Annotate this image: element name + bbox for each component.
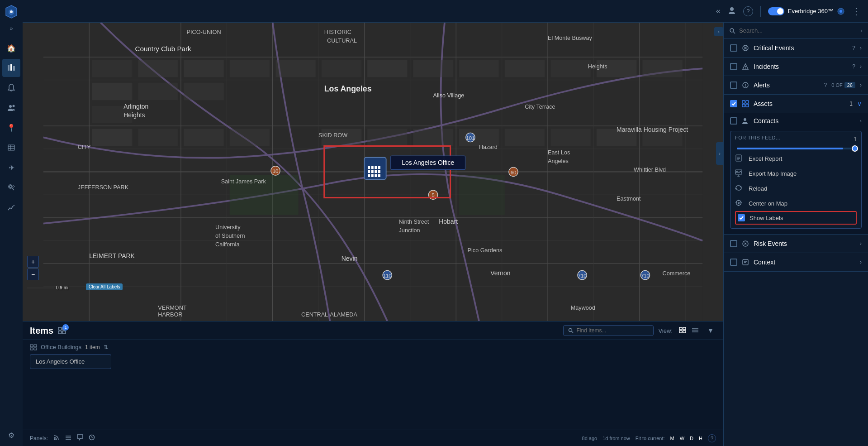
- panel-search[interactable]: ›: [724, 23, 868, 39]
- incidents-checkbox[interactable]: [730, 63, 737, 70]
- view-grid-button[interactable]: [677, 326, 688, 336]
- status-help-icon[interactable]: ?: [708, 434, 716, 442]
- panel-collapse-top[interactable]: ›: [714, 27, 723, 36]
- svg-text:10: 10: [273, 168, 279, 174]
- user-icon[interactable]: [728, 6, 736, 16]
- zoom-in-button[interactable]: +: [27, 256, 39, 268]
- toggle-switch[interactable]: [768, 7, 784, 15]
- fit-m-button[interactable]: M: [670, 436, 674, 441]
- assets-header[interactable]: Assets 1 ∨: [724, 95, 868, 113]
- sidebar-item-map[interactable]: [2, 59, 20, 77]
- svg-rect-72: [459, 175, 505, 215]
- svg-rect-51: [321, 60, 361, 77]
- assets-arrow[interactable]: ∨: [857, 100, 862, 107]
- find-items-input[interactable]: [576, 327, 649, 334]
- alerts-checkbox[interactable]: [730, 82, 737, 89]
- clock-icon[interactable]: [89, 434, 95, 442]
- svg-rect-174: [746, 104, 749, 107]
- panel-search-arrow[interactable]: ›: [861, 28, 863, 34]
- sidebar-item-settings[interactable]: ⚙: [2, 426, 20, 444]
- risk-events-label: Risk Events: [754, 240, 855, 247]
- risk-events-checkbox[interactable]: [730, 240, 737, 247]
- risk-events-header[interactable]: Risk Events ›: [724, 235, 868, 253]
- svg-rect-91: [375, 166, 377, 169]
- contacts-checkbox[interactable]: [730, 117, 737, 125]
- clear-labels-button[interactable]: Clear All Labels: [86, 283, 123, 290]
- feed-slider[interactable]: [735, 148, 857, 149]
- show-labels-checkbox[interactable]: [738, 214, 745, 221]
- svg-text:California: California: [215, 241, 240, 248]
- everbridge-icon: [837, 8, 844, 15]
- sidebar-collapse-toggle[interactable]: »: [10, 25, 13, 32]
- list-icon[interactable]: [65, 435, 71, 442]
- center-on-map-button[interactable]: Center on Map: [735, 196, 857, 211]
- svg-text:Maravilla Housing Project: Maravilla Housing Project: [617, 126, 688, 133]
- sidebar-item-location[interactable]: 📍: [2, 119, 20, 137]
- items-search[interactable]: [563, 325, 654, 336]
- svg-point-185: [738, 202, 740, 204]
- rss-icon[interactable]: [53, 434, 60, 442]
- risk-events-arrow[interactable]: ›: [860, 240, 862, 247]
- alerts-arrow[interactable]: ›: [860, 82, 862, 88]
- chat-icon[interactable]: [77, 434, 83, 442]
- logo[interactable]: [3, 4, 19, 20]
- svg-rect-42: [92, 60, 133, 77]
- show-labels-button[interactable]: Show Labels: [735, 211, 857, 225]
- sidebar-item-travel[interactable]: ✈: [2, 158, 20, 177]
- items-title: Items: [30, 326, 53, 336]
- zoom-out-button[interactable]: −: [27, 269, 39, 280]
- contacts-row[interactable]: Contacts ›: [724, 113, 868, 129]
- view-list-button[interactable]: [690, 326, 701, 336]
- search-icon: [568, 328, 574, 333]
- sidebar-item-alerts[interactable]: [2, 79, 20, 97]
- alerts-header[interactable]: Alerts ? 0 OF 26 ›: [724, 76, 868, 94]
- svg-line-164: [733, 32, 735, 34]
- group-name: Office Buildings: [41, 344, 81, 350]
- panel-search-input[interactable]: [739, 27, 857, 34]
- more-menu-button[interactable]: ⋮: [852, 6, 861, 17]
- svg-text:City Terrace: City Terrace: [525, 104, 555, 110]
- reload-button[interactable]: Reload: [735, 181, 857, 196]
- feed-count: 1: [854, 136, 857, 143]
- risk-events-icon: [742, 240, 749, 247]
- map-right-collapse[interactable]: ›: [716, 142, 723, 165]
- excel-report-button[interactable]: Excel Report: [735, 151, 857, 166]
- svg-rect-147: [679, 331, 682, 333]
- contacts-icon: [742, 118, 749, 124]
- critical-events-arrow[interactable]: ›: [860, 45, 862, 51]
- map-container[interactable]: 10 5 60 101 710 110 710: [23, 23, 723, 321]
- fit-h-button[interactable]: H: [699, 436, 702, 441]
- critical-events-checkbox[interactable]: [730, 44, 737, 52]
- context-checkbox[interactable]: [730, 259, 737, 266]
- svg-rect-56: [550, 60, 591, 77]
- sidebar-item-table[interactable]: [2, 139, 20, 157]
- alerts-info[interactable]: ?: [824, 82, 827, 88]
- items-panel-collapse-button[interactable]: ▼: [705, 325, 716, 336]
- svg-point-184: [736, 201, 741, 206]
- help-icon[interactable]: ?: [743, 6, 753, 16]
- fit-d-button[interactable]: D: [690, 436, 693, 441]
- sidebar-item-analytics[interactable]: [2, 198, 20, 216]
- context-arrow[interactable]: ›: [860, 259, 862, 265]
- contacts-arrow[interactable]: ›: [860, 118, 862, 124]
- export-map-button[interactable]: Export Map Image: [735, 166, 857, 181]
- critical-events-header[interactable]: Critical Events ? ›: [724, 39, 868, 57]
- incidents-info[interactable]: ?: [852, 63, 855, 70]
- critical-events-info[interactable]: ?: [852, 45, 855, 51]
- list-item[interactable]: Los Angeles Office: [30, 354, 111, 369]
- assets-checkbox[interactable]: [730, 100, 737, 107]
- sort-icon[interactable]: ⇅: [104, 344, 108, 350]
- assets-section: Assets 1 ∨ Contacts ›: [724, 95, 868, 235]
- svg-rect-155: [34, 348, 37, 350]
- back-button[interactable]: «: [716, 6, 721, 16]
- sidebar-item-home[interactable]: 🏠: [2, 39, 20, 57]
- sidebar-item-contacts[interactable]: [2, 99, 20, 117]
- items-count-badge: 1: [62, 324, 69, 331]
- fit-w-button[interactable]: W: [680, 436, 684, 441]
- status-bar: Panels:: [23, 430, 723, 446]
- incidents-header[interactable]: Incidents ? ›: [724, 58, 868, 76]
- context-header[interactable]: Context ›: [724, 253, 868, 271]
- items-grid-icon[interactable]: 1: [58, 327, 66, 334]
- sidebar-item-incidents[interactable]: [2, 178, 20, 197]
- incidents-arrow[interactable]: ›: [860, 63, 862, 70]
